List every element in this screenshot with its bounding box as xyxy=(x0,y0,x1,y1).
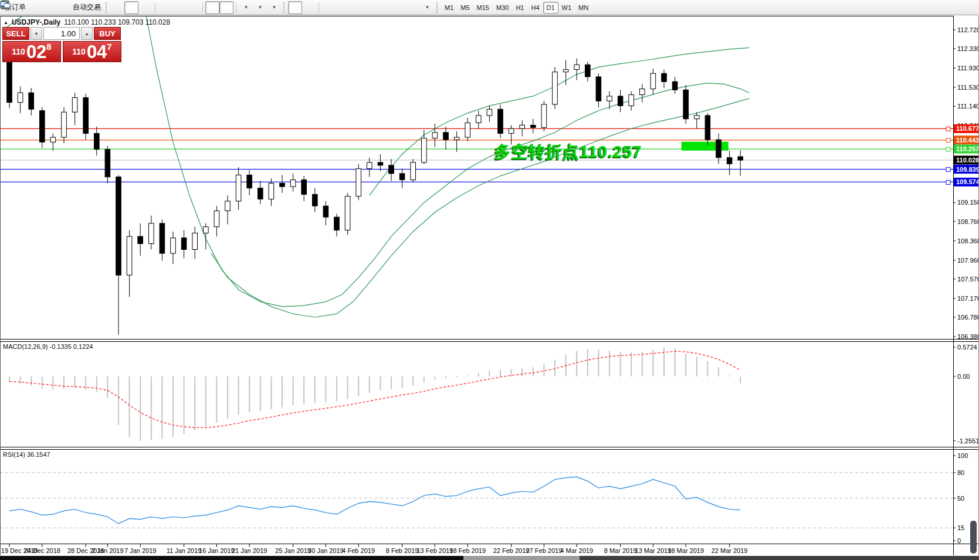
timeframe-m1-button[interactable]: M1 xyxy=(441,2,457,13)
tile-windows-button[interactable] xyxy=(186,1,200,14)
toolbar: 新订单 自动交易 xyxy=(0,0,979,15)
date-axis-label: 18 Feb 2019 xyxy=(449,547,486,554)
auto-trading-label: 自动交易 xyxy=(73,2,101,12)
price-axis-tick: 109.150 xyxy=(957,199,979,206)
timeframe-h4-button[interactable]: H4 xyxy=(527,2,543,13)
turning-point-annotation[interactable]: 多空转折点110.257 xyxy=(494,141,642,163)
data-window-button[interactable] xyxy=(42,1,56,14)
timeframe-m30-button[interactable]: M30 xyxy=(493,2,512,13)
templates-button[interactable]: ▼ xyxy=(267,1,281,14)
trendline-button[interactable] xyxy=(350,1,364,14)
date-axis-label: 11 Jan 2019 xyxy=(167,547,202,554)
timeframe-w1-button[interactable]: W1 xyxy=(558,2,575,13)
timeframe-m15-button[interactable]: M15 xyxy=(473,2,493,13)
candle-body xyxy=(290,180,296,187)
horizontal-line-button[interactable] xyxy=(336,1,350,14)
candle-body xyxy=(662,73,667,82)
price-axis-tick: 107.170 xyxy=(957,295,979,302)
channel-button[interactable]: E xyxy=(364,1,378,14)
candle-body xyxy=(454,137,459,140)
candlestick-chart-button[interactable] xyxy=(124,1,138,14)
macd-axis-tick: 0.5724 xyxy=(957,344,977,351)
zoom-in-button[interactable] xyxy=(158,1,172,14)
auto-trading-button[interactable]: 自动交易 xyxy=(70,1,103,14)
text-label-button[interactable]: T xyxy=(406,1,420,14)
volume-input[interactable]: 1.00 xyxy=(43,27,80,40)
candle-body xyxy=(443,133,449,140)
fibonacci-button[interactable]: F xyxy=(378,1,392,14)
timeframe-d1-button[interactable]: D1 xyxy=(543,2,558,13)
price-axis-tick: 107.960 xyxy=(957,257,979,264)
hline-handle[interactable] xyxy=(946,147,950,151)
candle-body xyxy=(520,125,525,128)
candle-body xyxy=(214,211,219,226)
crosshair-button[interactable] xyxy=(302,1,316,14)
candle-body xyxy=(345,196,350,230)
sell-button[interactable]: SELL xyxy=(2,27,29,40)
candle-body xyxy=(149,223,154,244)
bar-chart-button[interactable] xyxy=(110,1,124,14)
price-label-text: 110.443 xyxy=(956,137,979,144)
candle-body xyxy=(83,97,89,133)
rsi-indicator-label: RSI(14) 36.1547 xyxy=(3,451,50,458)
volume-increase-button[interactable]: ▲ xyxy=(81,27,93,40)
chart-canvas[interactable]: 10080501500.57240.00-1.2551112.720112.33… xyxy=(0,0,979,560)
sell-price-button[interactable]: 110 02 8 xyxy=(2,41,61,62)
line-chart-button[interactable] xyxy=(138,1,153,14)
candle-body xyxy=(280,183,285,186)
shapes-button[interactable]: ▼ xyxy=(420,1,434,14)
buy-price-button[interactable]: 110 04 7 xyxy=(63,41,121,62)
hline-handle[interactable] xyxy=(946,127,950,131)
zoom-out-button[interactable] xyxy=(172,1,186,14)
candle-body xyxy=(94,133,100,149)
price-axis-tick: 107.570 xyxy=(957,276,979,283)
band-line-lower xyxy=(211,99,749,317)
timeframe-mn-button[interactable]: MN xyxy=(575,2,592,13)
price-axis-tick: 111.930 xyxy=(957,65,979,72)
candle-body xyxy=(72,97,77,112)
vertical-line-button[interactable] xyxy=(321,1,336,14)
symbol-period-label: USDJPY-,Daily xyxy=(12,18,60,26)
buy-button[interactable]: BUY xyxy=(94,27,121,40)
market-watch-button[interactable] xyxy=(28,1,42,14)
candle-body xyxy=(171,238,176,253)
candle-body xyxy=(432,133,438,138)
search-button[interactable] xyxy=(948,1,963,14)
chart-title: ▲ USDJPY-,Daily 110.100 110.233 109.703 … xyxy=(4,18,170,26)
date-axis-label: 4 Feb 2019 xyxy=(342,547,375,554)
hline-handle[interactable] xyxy=(946,138,950,142)
candle-body xyxy=(181,238,187,250)
macd-indicator-label: MACD(12,26,9) -0.1335 0.1224 xyxy=(3,343,93,350)
collapse-panel-icon[interactable]: ▲ xyxy=(4,20,8,25)
chart-shift-button[interactable] xyxy=(219,1,233,14)
date-axis-label: 8 Mar 2019 xyxy=(604,547,637,554)
candle-body xyxy=(476,116,482,123)
chat-button[interactable] xyxy=(963,1,977,14)
periods-button[interactable]: ▼ xyxy=(253,1,267,14)
candle-body xyxy=(651,73,656,89)
text-button[interactable]: A xyxy=(392,1,406,14)
candle-body xyxy=(607,96,612,101)
candle-body xyxy=(553,72,558,104)
date-axis-label: 2 Jan 2019 xyxy=(92,547,123,554)
cursor-button[interactable] xyxy=(288,1,302,14)
indicators-button[interactable]: ▼ xyxy=(239,1,253,14)
volume-decrease-button[interactable]: ▼ xyxy=(31,27,42,40)
timeframe-h1-button[interactable]: H1 xyxy=(512,2,527,13)
rsi-axis-tick: 0 xyxy=(957,537,961,544)
candle-body xyxy=(236,175,241,201)
candle-body xyxy=(105,150,110,177)
candle-body xyxy=(138,236,143,243)
chevron-down-icon: ▼ xyxy=(244,5,249,10)
hline-handle[interactable] xyxy=(946,168,950,172)
timeframe-m5-button[interactable]: M5 xyxy=(457,2,473,13)
price-label-text: 109.839 xyxy=(956,166,979,173)
ohlc-readout: 110.100 110.233 109.703 110.028 xyxy=(64,18,170,26)
auto-scroll-button[interactable] xyxy=(205,1,219,14)
sell-price-pipette: 8 xyxy=(46,42,51,52)
navigator-button[interactable] xyxy=(56,1,70,14)
candle-body xyxy=(269,183,274,199)
hline-handle[interactable] xyxy=(946,180,950,184)
scrollbar-thumb[interactable] xyxy=(970,521,977,554)
candle-body xyxy=(422,138,427,162)
